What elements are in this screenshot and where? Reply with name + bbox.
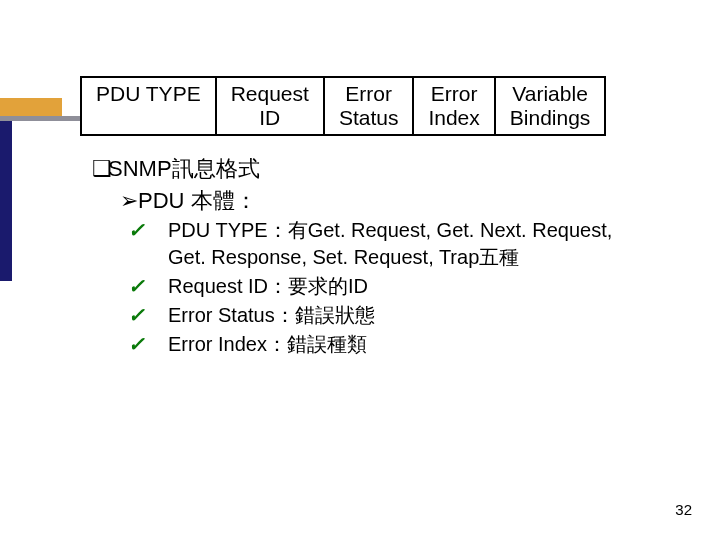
item-text-cont: Get. Response, Set. Request, Trap五種 (168, 246, 519, 268)
cell-pdu-type: PDU TYPE (81, 77, 216, 135)
list-item: ✓Error Status：錯誤狀態 (148, 302, 690, 329)
cell-text: ErrorStatus (339, 82, 399, 129)
item-text: Error Index：錯誤種類 (168, 333, 367, 355)
cell-text: ErrorIndex (428, 82, 479, 129)
cell-text: RequestID (231, 82, 309, 129)
item-text: Request ID：要求的ID (168, 275, 368, 297)
table-row: PDU TYPE RequestID ErrorStatus ErrorInde… (81, 77, 605, 135)
subheading-text: PDU 本體： (138, 188, 257, 213)
cell-text: VariableBindings (510, 82, 591, 129)
heading-level1: ❑SNMP訊息格式 (92, 154, 690, 184)
check-icon: ✓ (148, 273, 168, 300)
check-icon: ✓ (148, 331, 168, 358)
list-item: ✓Error Index：錯誤種類 (148, 331, 690, 358)
item-text: Error Status：錯誤狀態 (168, 304, 375, 326)
list-item: ✓Request ID：要求的ID (148, 273, 690, 300)
check-icon: ✓ (148, 302, 168, 329)
page-number: 32 (675, 501, 692, 518)
cell-request-id: RequestID (216, 77, 324, 135)
check-icon: ✓ (148, 217, 168, 244)
cell-text: PDU TYPE (96, 82, 201, 105)
accent-bar-navy (0, 121, 12, 281)
heading-level2: ➢PDU 本體： (120, 186, 690, 216)
triangle-bullet-icon: ➢ (120, 186, 138, 216)
list-item: ✓PDU TYPE：有Get. Request, Get. Next. Requ… (148, 217, 690, 271)
square-bullet-icon: ❑ (92, 154, 108, 184)
accent-bar-orange (0, 98, 62, 116)
heading-text: SNMP訊息格式 (108, 156, 260, 181)
item-text: PDU TYPE：有Get. Request, Get. Next. Reque… (168, 219, 612, 241)
cell-error-status: ErrorStatus (324, 77, 414, 135)
slide-body: ❑SNMP訊息格式 ➢PDU 本體： ✓PDU TYPE：有Get. Reque… (92, 152, 690, 360)
cell-error-index: ErrorIndex (413, 77, 494, 135)
cell-variable-bindings: VariableBindings (495, 77, 606, 135)
pdu-fields-table: PDU TYPE RequestID ErrorStatus ErrorInde… (80, 76, 606, 136)
